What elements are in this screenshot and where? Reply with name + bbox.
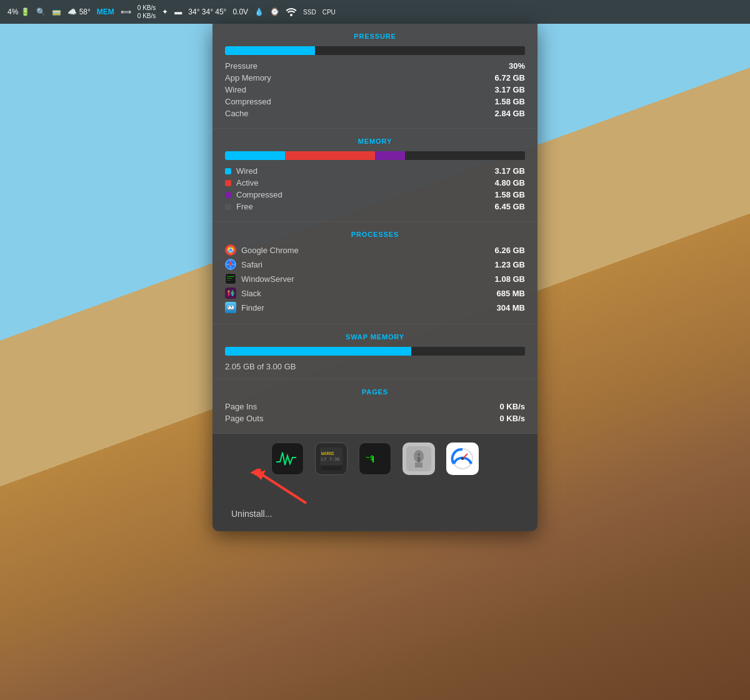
compressed-memory-row: Compressed 1.58 GB [225,190,525,199]
svg-point-28 [232,306,232,307]
svg-rect-11 [227,276,234,277]
chrome-icon [225,244,236,256]
wired-memory-row: Wired 3.17 GB [225,166,525,176]
mem-widget[interactable]: MEM [97,8,114,16]
svg-rect-29 [275,446,300,471]
wired-dot [225,168,231,174]
chrome-label: Google Chrome [225,244,299,256]
svg-point-23 [228,306,231,309]
svg-point-0 [290,14,292,16]
svg-rect-31 [320,448,342,465]
page-ins-label: Page Ins [225,402,257,411]
search-icon[interactable]: 🔍 [36,8,46,16]
pressure-row: Pressure 30% [225,61,525,71]
uninstall-label[interactable]: Uninstall... [231,509,272,519]
temp-readings: 34° 34° 45° [188,8,226,16]
wired-pressure-value: 3.17 GB [495,85,525,94]
windowserver-label: WindowServer [225,273,294,284]
safari-row: Safari 1.23 GB [225,259,525,270]
swap-bar [225,347,525,356]
swap-text: 2.05 GB of 3.00 GB [225,362,525,371]
safari-value: 1.23 GB [495,260,525,269]
svg-point-20 [232,294,234,296]
uninstall-row[interactable]: Uninstall... [225,509,525,524]
system-info-icon[interactable] [402,442,435,475]
free-label: Free [225,202,253,211]
active-value: 4.80 GB [495,178,525,188]
svg-rect-18 [231,292,234,294]
network-speed: 0 KB/s0 KB/s [138,4,156,20]
pressure-empty [315,46,525,55]
compressed-pressure-label: Compressed [225,97,271,106]
chrome-row: Google Chrome 6.26 GB [225,244,525,256]
memory-bar [225,151,525,160]
windowserver-icon [225,273,236,284]
chrome-value: 6.26 GB [495,246,525,255]
svg-point-26 [231,306,232,308]
app-memory-label: App Memory [225,73,271,82]
wifi-icon [286,8,297,16]
page-ins-value: 0 KB/s [500,402,525,411]
svg-rect-13 [227,280,231,281]
compressed-segment [375,151,405,160]
svg-point-46 [461,458,464,460]
compressed-pressure-value: 1.58 GB [495,97,525,106]
terminal-icon[interactable]: ~$ [359,442,391,475]
app-memory-row: App Memory 6.72 GB [225,73,525,82]
istat-menus-icon[interactable] [446,442,479,475]
active-dot [225,180,231,186]
drop-icon: 💧 [254,8,264,16]
active-segment [285,151,375,160]
svg-point-27 [229,306,229,307]
slack-value: 685 MB [496,289,525,298]
display-icon: ▬ [174,8,182,16]
active-row: Active 4.80 GB [225,178,525,188]
svg-line-47 [262,475,306,503]
free-value: 6.45 GB [495,202,525,211]
swap-section: SWAP MEMORY 2.05 GB of 3.00 GB [212,324,538,379]
svg-rect-37 [372,456,374,462]
slack-label: Slack [225,288,261,299]
pressure-title: PRESSURE [225,32,525,40]
compressed-dot [225,192,231,198]
slack-row: Slack 685 MB [225,288,525,299]
memory-section: MEMORY Wired 3.17 GB Active 4.80 GB Com [212,129,538,222]
wired-memory-label: Wired [225,166,258,176]
page-outs-label: Page Outs [225,414,263,423]
svg-point-25 [228,306,229,308]
compressed-pressure-row: Compressed 1.58 GB [225,97,525,106]
cpu-indicator: CPU [322,9,336,16]
swap-empty [411,347,525,356]
svg-point-4 [229,249,232,251]
pages-section: PAGES Page Ins 0 KB/s Page Outs 0 KB/s [212,379,538,434]
free-segment [405,151,525,160]
finder-label: Finder [225,302,264,313]
processes-section: PROCESSES Google Chrome 6.26 GB [212,222,538,324]
free-row: Free 6.45 GB [225,202,525,211]
page-ins-row: Page Ins 0 KB/s [225,402,525,411]
memory-popup: PRESSURE Pressure 30% App Memory 6.72 GB… [212,24,538,531]
svg-point-17 [232,291,234,292]
resize-icon: ⟺ [121,8,131,16]
svg-text:WARNI: WARNI [321,451,334,456]
menubar: 4% 🔋 🔍 🚃 ☁️ 58° MEM ⟺ 0 KB/s0 KB/s ✦ ▬ 3… [0,0,750,24]
svg-text:LY 7:36: LY 7:36 [321,457,340,462]
windowserver-value: 1.08 GB [495,274,525,284]
pressure-bar [225,46,525,55]
compressed-memory-value: 1.58 GB [495,190,525,199]
page-outs-row: Page Outs 0 KB/s [225,414,525,423]
pressure-label: Pressure [225,61,258,71]
free-dot [225,204,231,210]
svg-rect-12 [227,278,232,279]
page-outs-value: 0 KB/s [500,414,525,423]
swap-fill [225,347,411,356]
slack-icon [225,288,236,299]
pressure-fill [225,46,315,55]
battery-icon: 🔋 [21,8,30,16]
misc-icon: ✦ [162,8,168,16]
transit-icon: 🚃 [52,8,61,16]
pressure-section: PRESSURE Pressure 30% App Memory 6.72 GB… [212,24,538,129]
finder-icon [225,302,236,313]
red-arrow [244,469,356,506]
svg-point-24 [231,306,234,309]
